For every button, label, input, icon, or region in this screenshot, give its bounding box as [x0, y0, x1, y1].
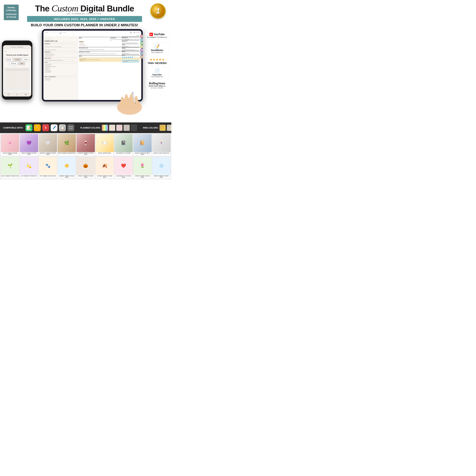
phone-home-icon[interactable]: □	[8, 93, 9, 96]
tab-1[interactable]: 1	[49, 32, 51, 34]
phone-preview	[4, 68, 30, 91]
phone-screen: Planner Collective ← Choose your weekly …	[3, 45, 31, 97]
teal-banner: INCLUDES 2023, 2024, 2025 + UNDATED	[27, 16, 142, 22]
schedule-item-2: wake up and do 10 minutes of morning med…	[45, 46, 76, 47]
move-1: -order dogs leashes	[45, 78, 76, 79]
sticker-pack-item[interactable]: ☀️ SUMMER THEMED STICKER PACK	[57, 157, 76, 179]
sticker-pack-item[interactable]: 💜 PURPLE THEMED STICKER PACK	[20, 134, 38, 156]
tab-year[interactable]: YEAR	[44, 32, 49, 34]
priority-1: 1 - Back flowers for show	[45, 53, 76, 54]
priority-2: 2 - cancel doctors appointment	[45, 54, 76, 55]
lined-button[interactable]: Lined	[22, 58, 29, 61]
phone-nav: ←	[3, 49, 31, 53]
noteshelf-app-icon[interactable]: 🖊️	[51, 124, 57, 131]
todo-6: ○ organize pantry	[45, 69, 76, 70]
product-label: BOHO THEMED STICKER PACK	[58, 152, 76, 154]
todo-8: ○ Donate clothes	[45, 72, 76, 73]
phone-circle-icon[interactable]: ○	[16, 93, 18, 96]
tab-jun[interactable]: JUN	[140, 52, 141, 55]
tab-3[interactable]: 3	[54, 32, 56, 34]
gold-ring	[160, 125, 166, 131]
sticker-pack-item[interactable]: 🌱 PLANT THEMED STICKER PACK	[1, 157, 19, 179]
product-label: BLUSH THEMED STICKER PACK	[1, 152, 19, 155]
ipad-notes-icon[interactable]: 📋	[59, 124, 66, 131]
silver-ring	[167, 125, 171, 131]
tab-5[interactable]: 5	[59, 32, 62, 34]
rainbow-swatch	[102, 125, 108, 131]
phone-back-icon[interactable]: ←	[5, 50, 7, 53]
snack-section: SNACK yogurt parfait and grapes	[122, 51, 139, 54]
sticker-pack-item[interactable]: 🌷 SPRING THEMED STICKER PACK	[133, 157, 152, 179]
next-button[interactable]: Next	[18, 62, 25, 65]
paperlike-sub: FEATURED BY	[146, 76, 168, 78]
todo-title: TO DO	[45, 62, 76, 63]
tab-apr[interactable]: APR	[140, 45, 141, 48]
todo-2: ✓ Book at orange	[45, 65, 76, 66]
todo-section: TO DO ○ call auto shop back ✓ Book at or…	[45, 62, 76, 75]
schedule-item-4: Make smoothie and prepare lunch	[45, 49, 76, 50]
lunch-text: Kale salad and lasagna	[122, 46, 139, 47]
tab-may[interactable]: MAY	[140, 49, 141, 51]
sticker-pack-item[interactable]: 🍽️ DIGITAL RECIPE BOOK	[95, 134, 114, 156]
product-thumbnail: ☀️	[58, 157, 76, 175]
vertical-button[interactable]: Vertical	[9, 62, 18, 65]
breakfast-section: BREAKFAST chocolate banana smoothies wit…	[122, 40, 139, 43]
ring-colors-label: RING COLORS:	[143, 127, 158, 129]
many-more-icon: manymore	[68, 124, 74, 131]
sticker-pack-item[interactable]: 🐾 PET THEMED STICKER PACK	[39, 157, 57, 179]
sticker-pack-item[interactable]: 🤍 NEUTRAL THEMED STICKER PACK	[39, 134, 57, 156]
memo-section: MEMO IMPORTANT - call dentist back - sto…	[79, 37, 109, 46]
sticker-pack-item[interactable]: 📔 DIGITAL NOTEBOOK MEGA PACK	[133, 134, 152, 156]
sticker-pack-item[interactable]: 🃏 DIGITAL FLASH CARD PACK	[152, 134, 170, 156]
tab-mar[interactable]: MAR	[140, 42, 141, 45]
main-content: Planner Collective ← Choose your weekly …	[0, 29, 171, 120]
woke-section: WOKE UP AT 6 am HOURS SLEPT: 7	[122, 37, 139, 40]
phone-title: Choose your weekly layout	[3, 53, 31, 57]
product-thumbnail: 🐾	[39, 157, 57, 175]
goodnotes-box: 📝 GoodNotes FEATURED BY	[145, 42, 170, 55]
product-label: PLANT THEMED STICKER PACK	[1, 175, 19, 177]
notability-app-icon[interactable]: ✏️	[34, 124, 41, 131]
app-icons-list: 📝 ✏️ X 🖊️ 📋 manymore	[26, 124, 74, 131]
sticker-pack-item[interactable]: 🍂 AUTUMN THEMED STICKER PACK	[95, 157, 114, 179]
sticker-pack-item[interactable]: 🌸 BLUSH THEMED STICKER PACK	[1, 134, 19, 156]
sticker-pack-item[interactable]: ❤️ VALENTINES DAY STICKER PACK	[114, 157, 133, 179]
sticker-pack-item[interactable]: 📓 THE SIMPLICITY JOURNAL	[114, 134, 133, 156]
hand-stylus-illustration	[112, 88, 147, 115]
tab-dash[interactable]: DASH	[62, 32, 67, 34]
schedule-title: SCHEDULE	[45, 43, 76, 44]
youtube-sub: PLANNER TUTORIALS	[146, 36, 168, 38]
boxed-button[interactable]: Boxed	[5, 58, 13, 61]
badge-sunday: Sunday	[6, 6, 17, 9]
tab-feb[interactable]: FEB	[140, 38, 141, 41]
tab-4[interactable]: 4	[57, 32, 59, 34]
phone-triangle-icon[interactable]: ◁	[24, 93, 26, 96]
right-sidebar: ▶ YouTube PLANNER TUTORIALS 📝 GoodNotes …	[145, 29, 170, 89]
sticker-pack-item[interactable]: 🎃 SPOOKY THEMED STICKER PACK	[76, 157, 95, 179]
product-thumbnail: ❤️	[114, 157, 133, 175]
product-label: WINTER THEMED STICKER PACK	[152, 175, 170, 178]
gray-swatch	[124, 125, 130, 131]
tab-jan[interactable]: JAN	[140, 36, 141, 38]
hourly-button[interactable]: Hourly	[14, 58, 21, 61]
product-thumbnail: 🍂	[96, 157, 114, 175]
paperlike-box: 📄 Paperlike FEATURED BY	[145, 67, 170, 79]
sticker-pack-item[interactable]: ❄️ WINTER THEMED STICKER PACK	[152, 157, 170, 179]
dinner-section: DINNER Roasted asparagus with black bean…	[122, 47, 139, 51]
main-title: The Custom Digital Bundle	[20, 3, 149, 14]
compatible-bar: COMPATIBLE WITH: 📝 ✏️ X 🖊️ 📋 manymore PL…	[0, 122, 171, 133]
tab-2[interactable]: 2	[52, 32, 54, 34]
youtube-label: YouTube	[154, 33, 165, 36]
schedule-section: SCHEDULE 6 wake up and do 10 minutes of …	[45, 43, 76, 50]
month-tabs: JAN FEB MAR APR MAY JUN JUL	[140, 36, 141, 58]
sticker-pack-item[interactable]: 💫 LIFE THEMED STICKER PACK	[20, 157, 38, 179]
product-label: SPOOKY THEMED STICKER PACK	[77, 175, 95, 178]
woke-title: WOKE UP AT	[122, 37, 139, 38]
goodnotes-app-icon[interactable]: 📝	[26, 124, 32, 131]
sticker-pack-item[interactable]: 🍷 MAROON THEMED STICKER PACK	[76, 134, 95, 156]
sticker-pack-item[interactable]: 🌿 BOHO THEMED STICKER PACK	[57, 134, 76, 156]
tab-jul[interactable]: JUL	[140, 55, 141, 58]
schedule-item-3: 7	[45, 48, 76, 49]
xodo-app-icon[interactable]: X	[42, 124, 49, 131]
move-2: -organize pantry	[45, 79, 76, 80]
